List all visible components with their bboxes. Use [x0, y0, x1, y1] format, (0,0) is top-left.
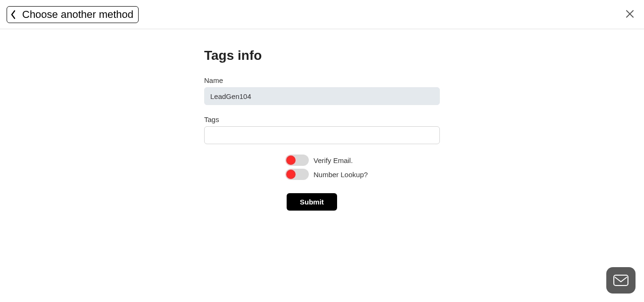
close-icon [625, 9, 635, 18]
mail-widget-button[interactable] [606, 267, 636, 294]
tags-field: Tags [204, 115, 440, 144]
verify-email-row: Verify Email. [204, 155, 440, 166]
page-title: Tags info [204, 48, 440, 63]
chevron-left-icon [10, 10, 17, 19]
tags-info-form: Tags info Name Tags Verify Email. Number… [204, 48, 440, 229]
name-field: Name [204, 76, 440, 105]
verify-email-toggle[interactable] [285, 155, 309, 166]
submit-button[interactable]: Submit [287, 193, 337, 211]
back-button-label: Choose another method [22, 8, 133, 21]
verify-email-label: Verify Email. [314, 156, 353, 164]
number-lookup-label: Number Lookup? [314, 171, 368, 179]
name-input[interactable] [204, 87, 440, 105]
number-lookup-toggle[interactable] [285, 169, 309, 180]
close-button[interactable] [622, 6, 637, 23]
tags-input[interactable] [204, 126, 440, 144]
back-button[interactable]: Choose another method [7, 6, 139, 23]
tags-label: Tags [204, 115, 440, 123]
name-label: Name [204, 76, 440, 84]
mail-icon [613, 274, 628, 286]
toggles-group: Verify Email. Number Lookup? [204, 155, 440, 180]
number-lookup-row: Number Lookup? [204, 169, 440, 180]
svg-rect-0 [614, 275, 628, 286]
header-bar: Choose another method [0, 0, 644, 29]
